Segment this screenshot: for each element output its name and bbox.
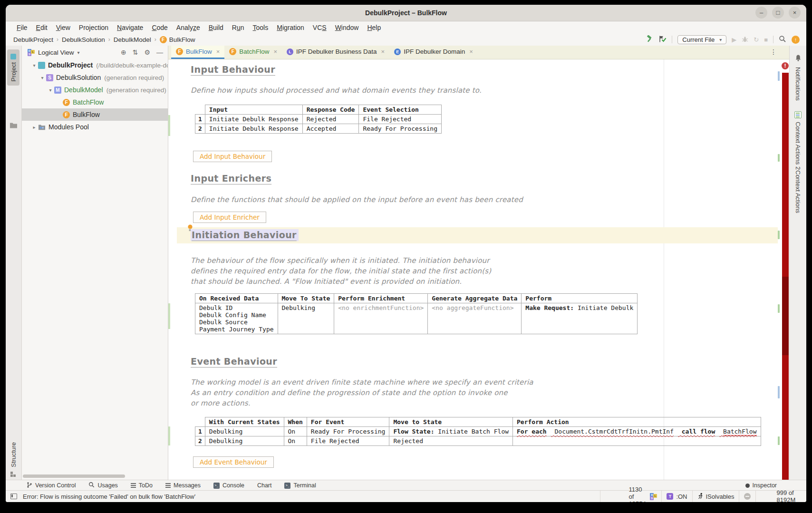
error-count-badge[interactable]: ! [782,62,789,69]
close-button[interactable]: × [789,7,801,19]
tree-item-modules-pool[interactable]: ▸ Modules Pool [22,121,168,133]
tool-usages[interactable]: Usages [88,482,117,489]
tree-item-solution[interactable]: ▾ S DebulkSolution (generation required) [22,71,168,84]
tool-todo[interactable]: ToDo [131,482,153,489]
menu-view[interactable]: View [52,23,75,32]
menu-window[interactable]: Window [331,23,363,32]
rerun-coverage-icon[interactable]: ↻ [754,36,759,43]
error-stripe[interactable]: ! [782,59,789,480]
move-to-state-cell[interactable]: Rejected [389,436,513,446]
stop-icon[interactable]: ■ [764,36,768,43]
breadcrumb-project[interactable]: DebulkProject [13,36,53,43]
menu-analyze[interactable]: Analyze [172,23,204,32]
locate-icon[interactable]: ⊕ [121,48,126,56]
close-icon[interactable]: × [216,48,220,55]
chevron-down-icon[interactable]: ▾ [47,87,54,93]
when-cell[interactable]: On [284,436,307,446]
for-event-cell[interactable]: Ready For Processing [307,427,389,436]
tool-window-tab-structure[interactable]: Structure [6,442,21,467]
run-configuration-select[interactable]: Current File ▾ [677,35,726,44]
perform-action-cell-empty[interactable] [513,436,761,446]
breadcrumb-flow[interactable]: BulkFlow [169,36,195,43]
when-cell[interactable]: On [284,427,307,436]
error-stripe-bar[interactable] [782,73,789,480]
run-icon[interactable]: ▶ [732,36,736,43]
info-widget[interactable] [739,491,755,502]
tree-item-model[interactable]: ▾ M DebulkModel (generation required) [22,84,168,96]
tool-window-tab-notifications[interactable]: Notifications [790,54,806,101]
tool-inspector[interactable]: Inspector [745,482,777,489]
view-selector[interactable]: Logical View [38,49,74,56]
chevron-right-icon[interactable]: ▸ [30,125,38,130]
tab-bulkflow[interactable]: F BulkFlow × [171,46,224,59]
tree-item-project[interactable]: ▾ DebulkProject (/build/debulk-example-d… [22,59,168,71]
breadcrumb-solution[interactable]: DebulkSolution [62,36,105,43]
chevron-down-icon[interactable]: ▾ [77,50,80,55]
perform-enrichment-cell[interactable]: <no enrichmentFunction> [334,303,428,334]
maximize-button[interactable]: □ [772,7,784,19]
perform-action-cell[interactable]: For each Document.CstmrCdtTrfInitn.PmtIn… [513,427,761,436]
debug-icon[interactable] [742,36,748,44]
input-cell[interactable]: Initiate Debulk Response [205,124,302,134]
build-hammer-icon[interactable] [645,35,653,44]
section-title-input-behaviour[interactable]: Input Behaviour [191,64,275,75]
menu-projection[interactable]: Projection [75,23,113,32]
window-layout-icon[interactable] [10,472,16,477]
section-title-input-enrichers[interactable]: Input Enrichers [191,173,271,184]
breadcrumb-model[interactable]: DebulkModel [114,36,151,43]
memory-indicator[interactable]: 999 of 8192M [755,491,806,502]
tool-console[interactable]: >_ Console [213,482,244,489]
tool-messages[interactable]: Messages [165,482,201,489]
move-to-state-cell[interactable]: Flow State: Initiate Batch Flow [389,427,513,436]
menu-migration[interactable]: Migration [272,23,309,32]
menu-help[interactable]: Help [363,23,385,32]
hide-panel-icon[interactable]: — [156,48,163,56]
horizontal-scrollbar[interactable] [23,474,125,478]
section-title-initiation-behaviour[interactable]: Initiation Behaviour [191,230,299,240]
chevron-down-icon[interactable]: ▾ [30,63,38,68]
tool-chart[interactable]: Chart [257,482,272,489]
response-code-cell[interactable]: Accepted [302,124,359,134]
menu-tools[interactable]: Tools [249,23,273,32]
position-widget[interactable]: 1130 of 19554 DSL [600,491,661,502]
section-title-event-behaviour[interactable]: Event Behaviour [191,356,277,367]
scrollbar-thumb[interactable] [782,277,789,355]
menu-edit[interactable]: Edit [32,23,52,32]
tree-item-batchflow[interactable]: F BatchFlow [22,96,168,108]
tree-item-bulkflow-selected[interactable]: F BulkFlow [22,108,168,121]
close-icon[interactable]: × [273,48,277,55]
menu-run[interactable]: Run [228,23,249,32]
menu-code[interactable]: Code [147,23,172,32]
input-cell[interactable]: Initiate Debulk Response [205,115,302,124]
tool-window-tab-context-actions[interactable]: Context Actions [790,170,806,213]
event-selection-cell[interactable]: File Rejected [359,115,442,124]
add-input-enricher-button[interactable]: Add Input Enricher [193,212,266,223]
generate-aggregate-data-cell[interactable]: <no aggregateFunction> [428,303,522,334]
add-input-behaviour-button[interactable]: Add Input Behaviour [193,151,272,162]
menu-navigate[interactable]: Navigate [113,23,147,32]
minimize-button[interactable]: – [755,7,767,19]
current-states-cell[interactable]: Debulking [205,436,284,446]
tab-options-kebab-icon[interactable]: ⋮ [770,48,777,56]
menu-file[interactable]: File [12,23,32,32]
close-icon[interactable]: × [381,48,385,55]
menu-vcs[interactable]: VCS [309,23,331,32]
settings-gear-icon[interactable]: ⚙ [144,48,150,56]
received-data-cell[interactable]: Debulk ID Debulk Config Name Debulk Sour… [195,303,278,334]
add-event-behaviour-button[interactable]: Add Event Behaviour [193,456,274,468]
perform-cell[interactable]: Make Request: Initiate Debulk [522,303,638,334]
menu-build[interactable]: Build [204,23,228,32]
close-icon[interactable]: × [469,48,473,55]
solvables-widget[interactable]: ISolvables [692,491,739,502]
tool-terminal[interactable]: >_ Terminal [284,482,316,489]
check-flag-icon[interactable] [658,35,667,44]
tab-business-data[interactable]: L IPF Debulker Business Data × [282,46,389,59]
event-selection-cell[interactable]: Ready For Processing [359,124,442,134]
current-states-cell[interactable]: Debulking [205,427,284,436]
folder-icon[interactable] [10,122,18,130]
search-icon[interactable] [779,35,786,44]
status-error-message[interactable]: Error: Flow is missing outcome 'Failed' … [23,493,195,500]
collapse-all-icon[interactable]: ⇅ [133,48,138,56]
tool-version-control[interactable]: Version Control [27,482,76,490]
update-available-icon[interactable]: ↑ [792,36,800,44]
